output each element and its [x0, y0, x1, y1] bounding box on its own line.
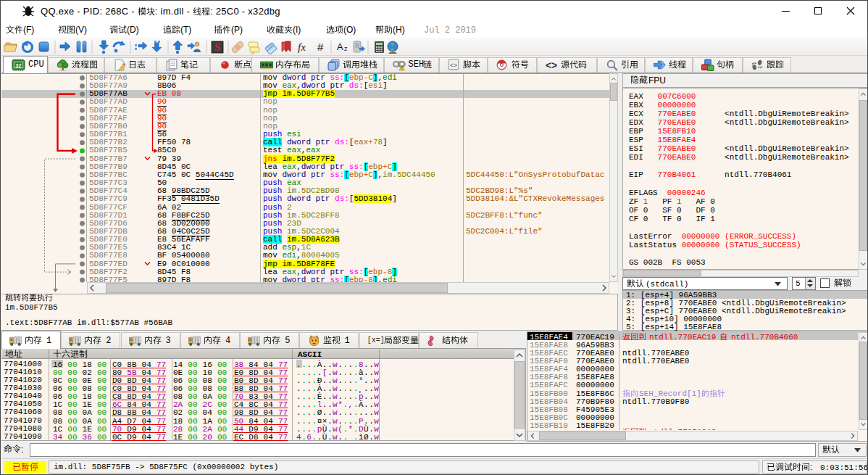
svg-text:S: S	[214, 42, 220, 53]
svg-text:32: 32	[16, 63, 22, 68]
svg-text:<>: <>	[450, 62, 457, 70]
svg-text:fx: fx	[298, 41, 306, 53]
svg-text:A: A	[337, 41, 343, 52]
svg-text:<>: <>	[546, 60, 557, 71]
svg-text:#: #	[317, 41, 324, 53]
svg-text:z: z	[344, 45, 348, 52]
svg-text:!: !	[401, 65, 402, 70]
